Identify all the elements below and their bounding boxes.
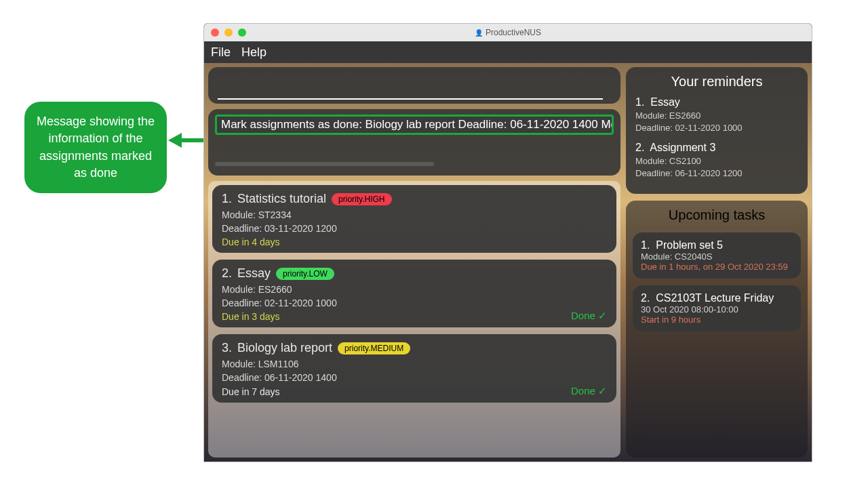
assignment-list: 1. Statistics tutorial priority.HIGH Mod… xyxy=(208,181,620,458)
assignment-due: Due in 7 days xyxy=(222,386,607,397)
priority-badge: priority.HIGH xyxy=(332,193,391,205)
window-title: 👤 ProductiveNUS xyxy=(204,28,812,37)
callout-text: Message showing the information of the a… xyxy=(33,113,159,182)
command-input[interactable] xyxy=(218,98,603,100)
reminder-item[interactable]: 2. Assignment 3 Module: CS2100 Deadline:… xyxy=(635,142,798,179)
assignment-deadline: Deadline: 02-11-2020 1000 xyxy=(222,297,607,310)
titlebar: 👤 ProductiveNUS xyxy=(204,24,812,41)
upcoming-panel: Upcoming tasks 1. Problem set 5 Module: … xyxy=(626,201,808,458)
message-scrollbar[interactable] xyxy=(215,162,434,166)
assignment-index: 2. xyxy=(222,266,232,281)
priority-badge: priority.LOW xyxy=(276,268,334,280)
upcoming-item[interactable]: 2. CS2103T Lecture Friday 30 Oct 2020 08… xyxy=(633,285,801,331)
menu-help[interactable]: Help xyxy=(241,45,267,60)
menubar: File Help xyxy=(204,41,812,63)
reminders-panel: Your reminders 1. Essay Module: ES2660 D… xyxy=(626,67,808,194)
reminders-title: Your reminders xyxy=(635,74,798,89)
upcoming-title: Upcoming tasks xyxy=(633,207,801,223)
assignment-due: Due in 3 days xyxy=(222,311,607,322)
app-window: 👤 ProductiveNUS File Help Mark assignmen… xyxy=(203,23,812,462)
assignment-due: Due in 4 days xyxy=(222,237,607,247)
assignment-deadline: Deadline: 03-11-2020 1200 xyxy=(222,222,607,236)
reminder-item[interactable]: 1. Essay Module: ES2660 Deadline: 02-11-… xyxy=(635,96,798,134)
assignment-module: Module: ES2660 xyxy=(222,283,607,297)
assignment-index: 3. xyxy=(222,341,232,355)
callout-bubble: Message showing the information of the a… xyxy=(24,102,167,193)
menu-file[interactable]: File xyxy=(211,45,231,60)
command-input-panel xyxy=(208,67,620,104)
assignment-card[interactable]: 3. Biology lab report priority.MEDIUM Mo… xyxy=(212,334,616,402)
assignment-card[interactable]: 2. Essay priority.LOW Module: ES2660 Dea… xyxy=(212,260,616,327)
assignment-index: 1. xyxy=(222,192,232,206)
priority-badge: priority.MEDIUM xyxy=(338,342,410,354)
app-icon: 👤 xyxy=(475,29,483,37)
done-indicator: Done ✓ xyxy=(571,310,607,322)
result-message: Mark assignments as done: Biology lab re… xyxy=(215,115,614,135)
right-column: Your reminders 1. Essay Module: ES2660 D… xyxy=(626,67,808,458)
message-panel: Mark assignments as done: Biology lab re… xyxy=(208,109,620,176)
assignment-module: Module: ST2334 xyxy=(222,209,607,222)
done-indicator: Done ✓ xyxy=(571,385,607,397)
app-body: Mark assignments as done: Biology lab re… xyxy=(204,63,812,462)
assignment-deadline: Deadline: 06-11-2020 1400 xyxy=(222,371,607,385)
assignment-name: Biology lab report xyxy=(237,341,332,355)
assignment-name: Statistics tutorial xyxy=(237,192,326,206)
left-column: Mark assignments as done: Biology lab re… xyxy=(208,67,620,458)
callout-arrow xyxy=(168,134,209,146)
assignment-module: Module: LSM1106 xyxy=(222,358,607,371)
upcoming-item[interactable]: 1. Problem set 5 Module: CS2040S Due in … xyxy=(633,232,801,279)
assignment-card[interactable]: 1. Statistics tutorial priority.HIGH Mod… xyxy=(212,185,616,253)
assignment-name: Essay xyxy=(237,266,271,281)
